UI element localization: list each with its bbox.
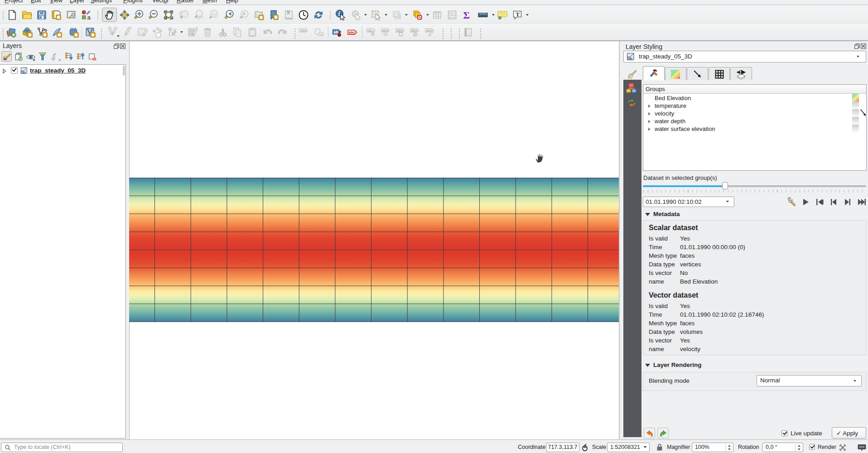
svg-text:1:1: 1:1	[212, 13, 216, 16]
svg-text:a: a	[87, 14, 91, 21]
svg-text:Σ: Σ	[463, 10, 470, 20]
svg-text:abc: abc	[300, 29, 306, 33]
svg-text:abc: abc	[320, 33, 324, 36]
svg-text:abc: abc	[411, 29, 417, 33]
svg-text:T: T	[516, 11, 520, 18]
svg-text:abc: abc	[349, 30, 355, 34]
svg-text:ab: ab	[368, 29, 372, 33]
svg-text:abc: abc	[382, 29, 388, 33]
svg-text:abc: abc	[397, 29, 403, 33]
svg-text:ab: ab	[334, 30, 338, 34]
